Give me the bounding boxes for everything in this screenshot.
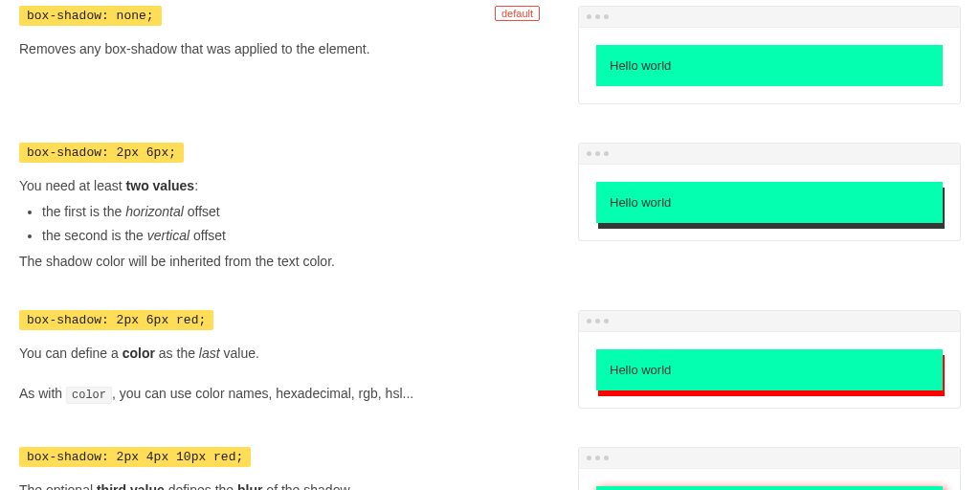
demo-box: Hello world: [596, 349, 943, 390]
demo-box: Hello world: [596, 182, 943, 223]
example-description: box-shadow: 2px 6px red; You can define …: [19, 310, 540, 409]
window-dots: [587, 14, 609, 19]
example-preview: Hello world: [578, 143, 961, 272]
preview-titlebar: [579, 448, 960, 469]
preview-window: Hello world: [578, 6, 961, 104]
example-preview: Hello world: [578, 447, 961, 490]
description-text: The optional third value defines the blu…: [19, 480, 540, 490]
preview-body: Hello world: [579, 165, 960, 240]
window-dot-icon: [604, 456, 609, 460]
css-code-header[interactable]: box-shadow: 2px 6px red;: [19, 310, 213, 330]
example-preview: Hello world: [578, 6, 961, 104]
css-code-header[interactable]: box-shadow: 2px 4px 10px red;: [19, 447, 251, 467]
example-preview: Hello world: [578, 310, 961, 409]
example-block: box-shadow: 2px 6px red; You can define …: [19, 310, 961, 409]
window-dot-icon: [595, 151, 600, 156]
preview-window: Hello world: [578, 447, 961, 490]
window-dot-icon: [587, 319, 591, 323]
window-dots: [587, 151, 609, 156]
preview-titlebar: [579, 311, 960, 332]
window-dot-icon: [587, 14, 591, 19]
preview-body: Hello world: [579, 332, 960, 408]
window-dot-icon: [587, 456, 591, 460]
preview-window: Hello world: [578, 310, 961, 409]
window-dot-icon: [604, 151, 609, 156]
description-text: You need at least two values:the first i…: [19, 176, 540, 272]
example-block: box-shadow: 2px 4px 10px red; The option…: [19, 447, 961, 490]
window-dot-icon: [604, 319, 609, 323]
example-block: box-shadow: 2px 6px; You need at least t…: [19, 143, 961, 272]
window-dot-icon: [595, 319, 600, 323]
demo-box: Hello world: [596, 45, 943, 86]
window-dot-icon: [604, 14, 609, 19]
example-description: box-shadow: 2px 4px 10px red; The option…: [19, 447, 540, 490]
window-dot-icon: [595, 456, 600, 460]
description-text: Removes any box-shadow that was applied …: [19, 39, 540, 59]
preview-window: Hello world: [578, 143, 961, 241]
window-dots: [587, 319, 609, 323]
example-description: box-shadow: 2px 6px; You need at least t…: [19, 143, 540, 272]
demo-box: Hello world: [596, 486, 943, 490]
preview-titlebar: [579, 144, 960, 165]
window-dot-icon: [587, 151, 591, 156]
window-dots: [587, 456, 609, 460]
description-text: You can define a color as the last value…: [19, 344, 540, 404]
preview-titlebar: [579, 7, 960, 28]
preview-body: Hello world: [579, 469, 960, 490]
preview-body: Hello world: [579, 28, 960, 103]
example-block: box-shadow: none; default Removes any bo…: [19, 6, 961, 104]
window-dot-icon: [595, 14, 600, 19]
default-badge: default: [495, 6, 540, 21]
example-description: box-shadow: none; default Removes any bo…: [19, 6, 540, 104]
css-code-header[interactable]: box-shadow: 2px 6px;: [19, 143, 184, 163]
css-code-header[interactable]: box-shadow: none;: [19, 6, 162, 26]
